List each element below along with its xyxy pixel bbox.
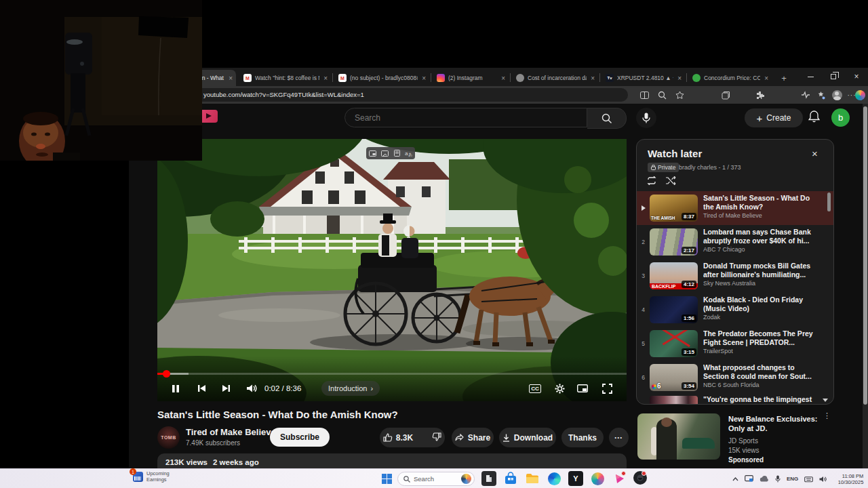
minimize-button[interactable] (799, 68, 822, 85)
touch-keyboard-icon[interactable] (804, 476, 813, 483)
close-window-button[interactable]: × (845, 68, 868, 85)
search-highlight-icon (461, 474, 471, 484)
fullscreen-button[interactable] (597, 378, 617, 399)
account-avatar[interactable]: b (831, 108, 850, 127)
playlist-item-3[interactable]: 3 BACKFLIP 4:12 Donald Trump mocks Bill … (637, 259, 833, 293)
app-dark-icon[interactable] (633, 471, 647, 485)
pause-button[interactable] (165, 378, 186, 399)
previous-button[interactable] (191, 378, 212, 399)
start-button[interactable] (382, 474, 392, 484)
more-dots-icon: ••• (615, 435, 623, 440)
shuffle-icon[interactable] (665, 176, 676, 188)
playlist-item-6[interactable]: 6 6 3:54 What proposed changes to Sectio… (637, 361, 833, 394)
app-media-icon[interactable] (612, 471, 627, 486)
tab-close-icon[interactable]: × (501, 75, 505, 82)
taskbar-widget[interactable]: 1 Upcoming Earnings (133, 471, 170, 483)
tab-gmail-2[interactable]: M (no subject) - bradlyc0808@gma × (334, 70, 429, 86)
tab-close-icon[interactable]: × (323, 75, 328, 82)
favorites-star-icon[interactable] (674, 89, 685, 100)
close-playlist-icon[interactable]: × (812, 148, 818, 159)
zoom-icon[interactable] (656, 89, 667, 100)
app-y-icon[interactable]: Y (568, 471, 583, 486)
dislike-button[interactable] (432, 432, 450, 443)
edge-browser-icon[interactable] (547, 471, 561, 486)
description-box[interactable]: 213K views 2 weeks ago (157, 453, 627, 468)
item-channel: NBC 6 South Florida (703, 382, 816, 388)
like-button[interactable]: 8.3K (375, 433, 413, 443)
onedrive-cloud-icon[interactable] (760, 476, 769, 482)
more-actions-button[interactable]: ••• (609, 428, 629, 447)
split-screen-icon[interactable] (639, 89, 650, 100)
playlist-item-1[interactable]: THE AMISH 8:37 Satan's Little Season - W… (637, 191, 833, 225)
search-input[interactable] (344, 108, 587, 127)
tab-close-icon[interactable]: × (677, 75, 682, 82)
progress-handle[interactable] (163, 370, 170, 378)
collections-icon[interactable] (720, 89, 731, 100)
sponsored-title[interactable]: New Balance Exclusives: Only at JD. (728, 414, 818, 433)
taskbar-search[interactable]: Search (397, 472, 475, 486)
extension-pin-icon[interactable] (815, 89, 826, 100)
tab-tradingview[interactable]: Tv XRPUSDT 2.4810 ▲ +1.71% Unn × (601, 70, 685, 86)
microphone-tray-icon[interactable] (775, 475, 781, 483)
search-button[interactable] (587, 108, 627, 129)
loop-icon[interactable] (646, 176, 657, 188)
volume-button[interactable] (241, 378, 262, 399)
tab-concordium[interactable]: Concordium Price: CCD Live Pric × (688, 70, 772, 86)
copilot-icon[interactable] (590, 471, 605, 486)
tab-close-icon[interactable]: × (422, 75, 426, 82)
channel-avatar[interactable]: TOMB (157, 426, 180, 449)
subtitles-button[interactable]: CC (526, 378, 545, 399)
tray-expand-icon[interactable] (732, 477, 738, 481)
generic-favicon-icon (516, 74, 524, 82)
notes-icon (394, 150, 400, 157)
video-player[interactable]: aあ 0:02 / 8:36 (157, 139, 627, 401)
channel-name[interactable]: Tired of Make Believe (186, 427, 276, 437)
page-scrollbar-thumb[interactable] (863, 106, 867, 405)
volume-tray-icon[interactable] (819, 476, 827, 483)
tab-close-icon[interactable]: × (229, 75, 233, 82)
microsoft-store-icon[interactable] (503, 471, 518, 486)
item-index: 5 (637, 327, 650, 361)
scroll-down-icon[interactable] (823, 399, 828, 402)
clock[interactable]: 11:08 PM 10/30/2025 (833, 473, 863, 485)
download-button[interactable]: Download (499, 428, 556, 447)
sponsored-thumbnail[interactable] (637, 413, 720, 460)
restore-button[interactable] (822, 68, 845, 85)
tab-close-icon[interactable]: × (764, 75, 768, 82)
create-button[interactable]: + Create (745, 108, 803, 127)
playlist-item-4[interactable]: 4 1:56 Kodak Black - Died On Friday (Mus… (637, 293, 833, 327)
settings-button[interactable] (550, 378, 569, 399)
url-field[interactable]: youtube.com/watch?v=SKGFq49TUIk&list=WL&… (194, 88, 628, 102)
tab-close-icon[interactable]: × (591, 75, 595, 82)
browser-essentials-icon[interactable] (800, 89, 811, 100)
language-indicator[interactable]: ENG (787, 476, 798, 482)
tab-instagram[interactable]: (2) Instagram × (432, 70, 509, 86)
playlist-item-2[interactable]: 2 2:17 Lombard man says Chase Bank abrup… (637, 225, 833, 259)
progress-bar[interactable] (157, 373, 627, 375)
copilot-icon[interactable] (854, 89, 865, 100)
app-notepad-icon[interactable] (481, 471, 496, 486)
video-overlay-toolbar[interactable]: aあ (366, 147, 415, 159)
miniplayer-button[interactable] (573, 378, 592, 399)
youtube-logo-icon[interactable] (199, 110, 218, 123)
share-button[interactable]: Share (452, 428, 494, 447)
thanks-button[interactable]: Thanks (561, 428, 604, 447)
profile-avatar-icon[interactable] (831, 89, 842, 100)
subscribe-button[interactable]: Subscribe (270, 428, 330, 447)
playlist-item-5[interactable]: 5 3:15 The Predator Becomes The Prey Fig… (637, 327, 833, 361)
extensions-icon[interactable] (754, 89, 765, 100)
playlist-scrollbar[interactable] (827, 192, 831, 211)
notifications-bell-icon[interactable] (808, 110, 820, 126)
chapter-chip[interactable]: Introduction › (321, 381, 380, 396)
file-explorer-icon[interactable] (525, 471, 540, 486)
tab-incarceration[interactable]: Cost of incarceration daily × (511, 70, 598, 86)
display-cast-icon[interactable] (745, 475, 753, 483)
voice-search-button[interactable] (636, 108, 656, 128)
new-tab-button[interactable]: + (776, 70, 790, 86)
playlist-item-7-partial[interactable]: "You're gonna be the limpingest (637, 394, 833, 404)
tab-gmail-1[interactable]: M Watch "hint: $8 coffee is NOT th × (239, 70, 331, 86)
next-button[interactable] (216, 378, 236, 399)
download-icon (502, 434, 510, 442)
chapter-label: Introduction (328, 384, 367, 392)
sponsored-more-icon[interactable]: ⋮ (823, 414, 826, 417)
